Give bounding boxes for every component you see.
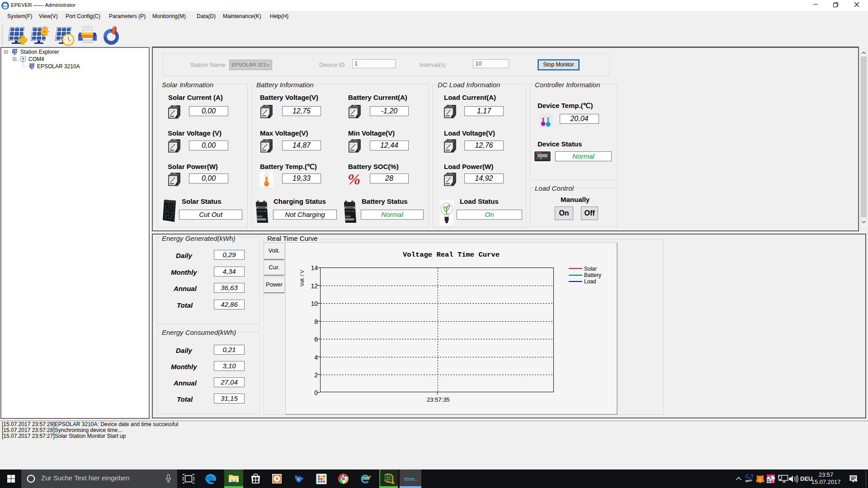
svg-text:EPever: EPever [404, 477, 415, 480]
svg-text:a: a [759, 477, 761, 482]
svg-text:BUS: BUS [2, 5, 8, 8]
svg-text:T: T [772, 479, 774, 483]
